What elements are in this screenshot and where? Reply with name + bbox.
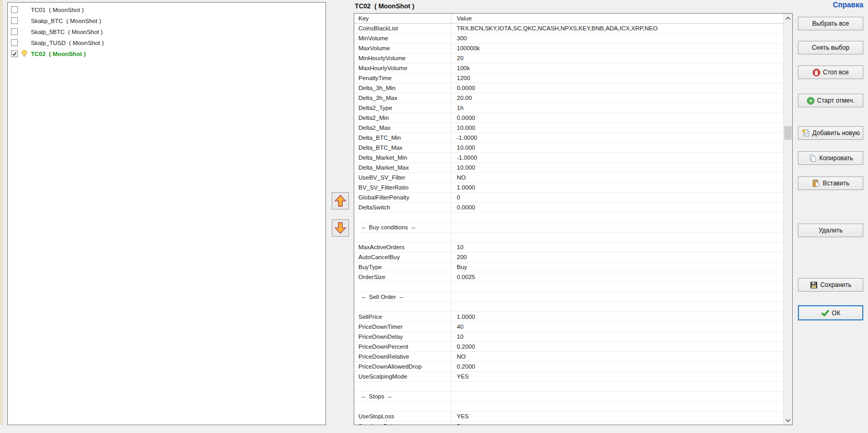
setting-key-cell: MinVolume xyxy=(354,34,452,43)
table-row[interactable]: PriceDownTimer 40 xyxy=(354,322,783,332)
save-button[interactable]: Сохранить xyxy=(798,278,863,292)
stop-hand-icon xyxy=(813,69,820,76)
table-row[interactable]: CoinsBlackList TRX,BCN,SKY,IOTA,SC,QKC,N… xyxy=(354,24,783,34)
table-row[interactable]: SellPrice 1.0000 xyxy=(354,312,783,322)
table-row[interactable]: Delta_Market_Min -1.0000 xyxy=(354,153,783,163)
setting-key-cell: StopLossDelay xyxy=(354,421,452,425)
deselect-all-button[interactable]: Снять выбор xyxy=(798,41,863,54)
table-row[interactable]: MaxHourlyVolume 100k xyxy=(354,63,783,73)
bot-checkbox[interactable] xyxy=(11,39,18,46)
table-row[interactable] xyxy=(354,302,783,312)
table-row[interactable]: PriceDownPercent 0.2000 xyxy=(354,342,783,352)
table-row[interactable]: BV_SV_FilterRatio 1.0000 xyxy=(354,183,783,193)
setting-key-cell: Delta2_Type xyxy=(354,103,452,113)
table-row[interactable]: MinVolume 300 xyxy=(354,34,783,43)
setting-value-cell: 1200 xyxy=(452,73,783,83)
move-up-button[interactable] xyxy=(332,192,349,209)
setting-key-cell: Delta2_Max xyxy=(354,123,452,132)
bot-checkbox[interactable] xyxy=(11,17,18,24)
move-down-button[interactable] xyxy=(332,219,349,237)
copy-button[interactable]: Копировать xyxy=(798,151,863,165)
bulb-slot xyxy=(18,17,31,25)
table-row[interactable]: -- Buy conditions -- xyxy=(354,223,783,232)
lightbulb-icon xyxy=(21,50,28,58)
bot-list-item[interactable]: TC01 ( MoonShot ) xyxy=(8,4,325,15)
table-row[interactable]: BuyType Buy xyxy=(354,262,783,272)
bot-checkbox[interactable] xyxy=(11,28,18,35)
setting-key-cell: Delta_Market_Max xyxy=(354,163,452,172)
table-row[interactable] xyxy=(354,232,783,242)
bot-list-item[interactable]: Skalp_5BTC ( MoonShot ) xyxy=(8,26,325,37)
table-row[interactable]: Delta2_Type 1h xyxy=(354,103,783,113)
paste-button[interactable]: Вставить xyxy=(798,176,863,190)
table-row[interactable]: Delta2_Max 10.000 xyxy=(354,123,783,133)
table-row[interactable]: UseStopLoss YES xyxy=(354,412,783,421)
setting-value-cell: YES xyxy=(452,372,783,381)
button-label: Добавить новую xyxy=(813,129,860,137)
table-row[interactable] xyxy=(354,382,783,392)
bot-checkbox[interactable] xyxy=(11,6,18,13)
table-row[interactable]: Delta2_Min 0.0000 xyxy=(354,113,783,123)
table-row[interactable]: Delta_BTC_Max 10.000 xyxy=(354,143,783,153)
table-row[interactable]: MinHourlyVolume 20 xyxy=(354,53,783,63)
table-row[interactable]: -- Stops -- xyxy=(354,392,783,402)
table-row[interactable]: Delta_3h_Max 20.00 xyxy=(354,93,783,103)
setting-value-cell: 10.000 xyxy=(452,123,783,132)
scroll-up-button[interactable] xyxy=(784,14,792,23)
bot-label[interactable]: Skalp_TUSD ( MoonShot ) xyxy=(31,40,104,46)
bot-list-panel: TC01 ( MoonShot ) Skakp_BTC ( MoonShot xyxy=(7,2,326,425)
setting-key-cell: PriceDownPercent xyxy=(354,342,452,351)
table-row[interactable]: Delta_BTC_Min -1.0000 xyxy=(354,133,783,143)
setting-key-cell: Delta_3h_Min xyxy=(354,83,452,93)
help-link[interactable]: Справка xyxy=(798,1,863,9)
table-row[interactable]: UseScalpingMode YES xyxy=(354,372,783,382)
setting-key-cell: CoinsBlackList xyxy=(354,24,452,33)
bot-list-item[interactable]: TC02 ( MoonShot ) xyxy=(8,48,325,59)
setting-value-cell: 100000k xyxy=(452,43,783,53)
table-row[interactable]: PriceDownDelay 10 xyxy=(354,332,783,342)
column-header-value: Value xyxy=(452,14,783,23)
delete-button[interactable]: Удалить xyxy=(798,224,863,237)
table-row[interactable]: OrderSize 0.0025 xyxy=(354,272,783,282)
table-row[interactable] xyxy=(354,282,783,292)
bulb-slot xyxy=(18,6,31,14)
button-label: Старт отмеч. xyxy=(817,97,855,104)
table-row[interactable]: UseBV_SV_Filter NO xyxy=(354,173,783,183)
select-all-button[interactable]: Выбрать все xyxy=(798,17,863,30)
bot-list-item[interactable]: Skakp_BTC ( MoonShot ) xyxy=(8,15,325,26)
bot-label[interactable]: Skalp_5BTC ( MoonShot ) xyxy=(31,29,103,35)
add-new-button[interactable]: Добавить новую xyxy=(798,126,863,140)
table-row[interactable]: Delta_Market_Max 10.000 xyxy=(354,163,783,173)
table-row[interactable]: Delta_3h_Min 0.0000 xyxy=(354,83,783,93)
table-row[interactable]: -- Sell Order -- xyxy=(354,292,783,302)
bot-list-item[interactable]: Skalp_TUSD ( MoonShot ) xyxy=(8,37,325,48)
table-row[interactable]: MaxActiveOrders 10 xyxy=(354,242,783,252)
bot-label[interactable]: TC02 ( MoonShot ) xyxy=(31,51,86,57)
scroll-down-button[interactable] xyxy=(784,416,792,425)
button-label: Удалить xyxy=(819,227,843,234)
table-row[interactable]: PriceDownRelative NO xyxy=(354,352,783,362)
table-row[interactable]: StopLossDelay 5 xyxy=(354,421,783,425)
stop-all-button[interactable]: Стоп все xyxy=(798,65,863,79)
setting-key-cell xyxy=(354,282,452,292)
bot-label[interactable]: Skakp_BTC ( MoonShot ) xyxy=(31,18,101,24)
table-scrollbar[interactable] xyxy=(783,14,792,425)
bot-checkbox[interactable] xyxy=(11,50,18,57)
setting-key-cell: BV_SV_FilterRatio xyxy=(354,183,452,192)
bot-label[interactable]: TC01 ( MoonShot ) xyxy=(31,7,84,13)
table-row[interactable]: AutoCancelBuy 200 xyxy=(354,252,783,262)
start-marked-button[interactable]: Старт отмеч. xyxy=(798,94,863,107)
setting-value-cell: 10 xyxy=(452,242,783,252)
table-row[interactable]: MaxVolume 100000k xyxy=(354,43,783,53)
table-row[interactable]: PriceDownAllowedDrop 0.2000 xyxy=(354,362,783,372)
table-row[interactable] xyxy=(354,402,783,412)
scrollbar-thumb[interactable] xyxy=(784,126,792,140)
table-row[interactable]: GlobalFilterPenalty 0 xyxy=(354,193,783,203)
button-label: Снять выбор xyxy=(811,44,849,51)
table-row[interactable] xyxy=(354,213,783,223)
setting-value-cell: 100k xyxy=(452,63,783,73)
table-row[interactable]: PenaltyTime 1200 xyxy=(354,73,783,83)
setting-value-cell: 0.2000 xyxy=(452,362,783,371)
ok-button[interactable]: ОК xyxy=(798,305,863,320)
table-row[interactable]: DeltaSwitch 0.0000 xyxy=(354,203,783,213)
